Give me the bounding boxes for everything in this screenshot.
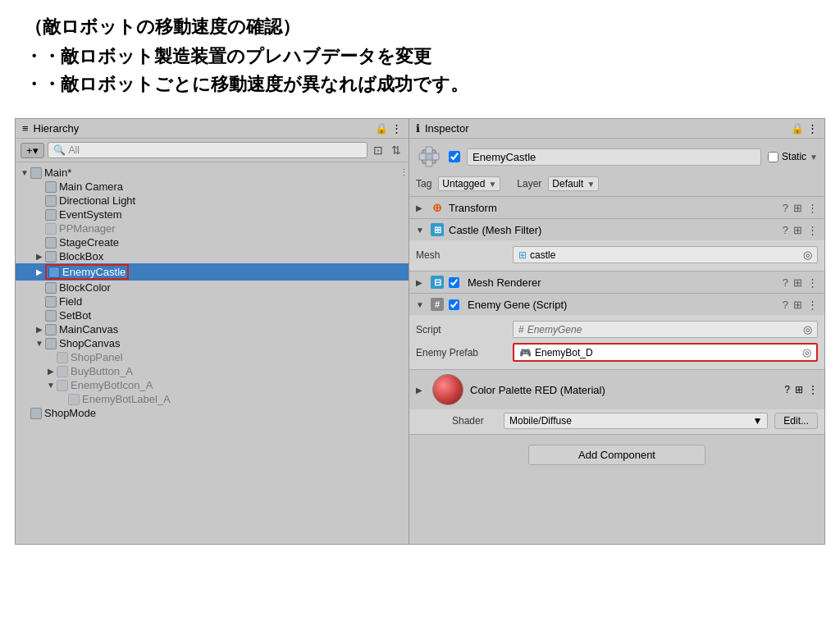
mesh-filter-help-icon[interactable]: ? — [783, 224, 788, 236]
tree-item-set-bot[interactable]: SetBot — [16, 308, 409, 322]
cube-icon-block-box — [45, 251, 57, 262]
layer-dropdown[interactable]: Default ▼ — [548, 176, 599, 191]
object-name-input[interactable] — [467, 148, 761, 166]
hierarchy-title-group: ≡ Hierarchy — [22, 122, 79, 135]
mesh-filter-header[interactable]: ▼ ⊞ Castle (Mesh Filter) ? ⊞ ⋮ — [409, 219, 824, 240]
tree-item-main[interactable]: ▼ Main* ⋮ — [16, 166, 409, 180]
expand-arrow-enemy-castle: ▶ — [34, 267, 45, 276]
script-prop-value[interactable]: # EnemyGene ◎ — [513, 321, 818, 338]
mesh-renderer-menu-icon[interactable]: ⋮ — [807, 276, 818, 289]
tree-item-shop-mode[interactable]: ShopMode — [16, 406, 409, 420]
mesh-renderer-checkbox[interactable] — [449, 277, 459, 288]
enemy-gene-header[interactable]: ▼ # Enemy Gene (Script) ? ⊞ ⋮ — [409, 294, 824, 315]
mesh-target-icon[interactable]: ◎ — [803, 249, 812, 261]
inspector-tag-layer-row: Tag Untagged ▼ Layer Default ▼ — [409, 175, 824, 197]
tree-item-enemy-castle[interactable]: ▶ EnemyCastle — [16, 263, 409, 281]
tag-value: Untagged — [442, 178, 485, 189]
cube-icon-event-system — [45, 209, 57, 221]
enemy-gene-settings-icon[interactable]: ⊞ — [793, 299, 802, 311]
cube-icon-enemy-castle — [48, 267, 60, 278]
tree-item-buy-button-a[interactable]: ▶ BuyButton_A — [16, 364, 409, 378]
mesh-renderer-settings-icon[interactable]: ⊞ — [793, 276, 802, 289]
cube-icon-buy-button-a — [57, 366, 68, 377]
shader-edit-button[interactable]: Edit... — [774, 413, 818, 429]
transform-icon: ⊕ — [431, 201, 444, 214]
enemy-gene-help-icon[interactable]: ? — [783, 299, 788, 311]
inspector-title-group: ℹ Inspector — [416, 122, 468, 135]
material-settings-icon[interactable]: ⊞ — [795, 384, 803, 395]
shader-dropdown[interactable]: Mobile/Diffuse ▼ — [504, 413, 768, 429]
inspector-header-icons: 🔒 ⋮ — [791, 122, 818, 135]
transform-settings-icon[interactable]: ⊞ — [793, 202, 802, 214]
add-component-button[interactable]: Add Component — [528, 445, 705, 465]
enemy-prefab-target-icon[interactable]: ◎ — [802, 346, 811, 358]
static-checkbox[interactable] — [768, 152, 778, 162]
shader-row: Shader Mobile/Diffuse ▼ Edit... — [409, 409, 824, 434]
shader-label: Shader — [452, 415, 497, 427]
hierarchy-view-button[interactable]: ⊡ — [371, 142, 386, 158]
cube-icon-block-color — [45, 282, 57, 294]
add-component-row: Add Component — [409, 435, 824, 475]
tree-label-main: Main* — [44, 167, 71, 179]
tree-item-shop-canvas[interactable]: ▼ ShopCanvas — [16, 336, 409, 350]
mesh-filter-title: Castle (Mesh Filter) — [449, 224, 778, 236]
instruction-line2: ・敵ロボット製造装置のプレハブデータを変更 — [25, 44, 815, 69]
hierarchy-search-box[interactable]: 🔍 All — [48, 142, 368, 158]
tree-item-block-box[interactable]: ▶ BlockBox — [16, 249, 409, 263]
tree-item-stage-create[interactable]: StageCreate — [16, 235, 409, 249]
hierarchy-add-button[interactable]: +▾ — [21, 143, 44, 158]
object-icon — [416, 144, 442, 170]
hierarchy-more-icon: ⋮ — [391, 122, 402, 135]
script-target-icon[interactable]: ◎ — [803, 323, 812, 336]
cube-icon-set-bot — [45, 310, 57, 322]
tree-item-shop-panel[interactable]: ShopPanel — [16, 350, 409, 364]
tree-item-enemy-bot-icon-a[interactable]: ▼ EnemyBotIcon_A — [16, 378, 409, 392]
svg-rect-1 — [426, 147, 432, 153]
transform-header[interactable]: ▶ ⊕ Transform ? ⊞ ⋮ — [409, 197, 824, 218]
expand-arrow-main-canvas: ▶ — [34, 325, 45, 334]
transform-help-icon[interactable]: ? — [783, 202, 788, 214]
layer-value: Default — [552, 178, 583, 189]
tree-item-pp-manager[interactable]: PPManager — [16, 221, 409, 235]
object-active-checkbox[interactable] — [449, 151, 460, 162]
tree-item-block-color[interactable]: BlockColor — [16, 281, 409, 294]
static-dropdown-arrow[interactable]: ▼ — [810, 153, 818, 162]
static-label: Static — [782, 151, 806, 162]
transform-menu-icon[interactable]: ⋮ — [807, 202, 818, 214]
enemy-prefab-prop-value[interactable]: 🎮 EnemyBot_D ◎ — [513, 343, 818, 362]
inspector-title: Inspector — [425, 122, 468, 135]
mesh-renderer-help-icon[interactable]: ? — [783, 276, 788, 289]
hierarchy-sort-button[interactable]: ⇅ — [389, 142, 404, 158]
material-menu-icon[interactable]: ⋮ — [808, 384, 818, 395]
shader-dropdown-arrow: ▼ — [752, 415, 762, 427]
mesh-prop-value[interactable]: ⊞ castle ◎ — [513, 246, 818, 263]
enemy-gene-menu-icon[interactable]: ⋮ — [807, 299, 818, 311]
tag-dropdown[interactable]: Untagged ▼ — [438, 176, 500, 191]
mesh-filter-menu-icon[interactable]: ⋮ — [807, 224, 818, 236]
enemy-gene-checkbox[interactable] — [449, 299, 459, 310]
enemy-gene-section: ▼ # Enemy Gene (Script) ? ⊞ ⋮ Script — [409, 294, 824, 370]
expand-arrow-enemy-bot-icon-a: ▼ — [45, 381, 57, 390]
mesh-filter-settings-icon[interactable]: ⊞ — [793, 224, 802, 236]
tree-item-event-system[interactable]: EventSystem — [16, 208, 409, 221]
hierarchy-header-icons: 🔒 ⋮ — [375, 122, 402, 135]
cube-icon-shop-canvas — [45, 338, 57, 349]
tree-item-enemy-bot-label-a[interactable]: EnemyBotLabel_A — [16, 392, 409, 406]
tree-item-directional-light[interactable]: Directional Light — [16, 194, 409, 208]
tree-item-main-canvas[interactable]: ▶ MainCanvas — [16, 322, 409, 336]
material-help-icon[interactable]: ? — [784, 384, 790, 395]
layer-dropdown-arrow: ▼ — [587, 180, 595, 189]
instruction-line1: （敵ロボットの移動速度の確認） — [25, 15, 815, 39]
enemy-gene-title: Enemy Gene (Script) — [468, 299, 778, 311]
cube-icon-shop-panel — [57, 352, 68, 363]
mesh-filter-icon: ⊞ — [431, 223, 444, 236]
mesh-filter-section: ▼ ⊞ Castle (Mesh Filter) ? ⊞ ⋮ Mesh ⊞ ca — [409, 219, 824, 272]
cube-icon-stage-create — [45, 237, 57, 249]
mesh-renderer-right-icons: ? ⊞ ⋮ — [783, 276, 818, 289]
enemy-prefab-icon: 🎮 — [519, 347, 532, 358]
tree-item-main-camera[interactable]: Main Camera — [16, 180, 409, 194]
tree-label-set-bot: SetBot — [59, 309, 91, 322]
tree-item-field[interactable]: Field — [16, 294, 409, 308]
shader-value: Mobile/Diffuse — [509, 415, 572, 427]
mesh-renderer-header[interactable]: ▶ ⊟ Mesh Renderer ? ⊞ ⋮ — [409, 272, 824, 293]
